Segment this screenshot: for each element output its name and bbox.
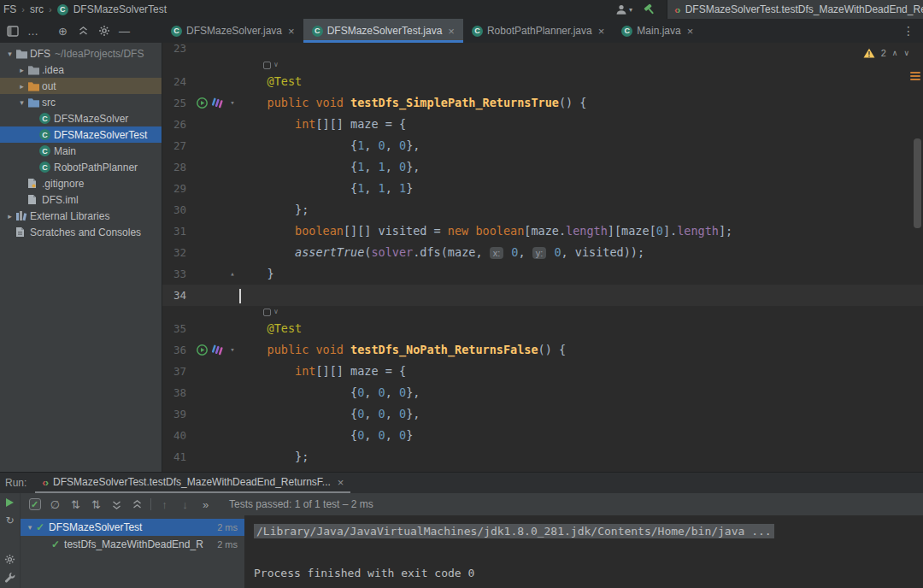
chevron-down-icon[interactable]: ▾ <box>16 98 27 107</box>
run-tab[interactable]: ‹› DFSMazeSolverTest.testDfs_MazeWithDea… <box>35 473 350 493</box>
coverage-icon[interactable] <box>212 97 223 109</box>
code-vision-inlay[interactable]: ∨ <box>162 306 923 318</box>
expand-all-icon[interactable] <box>109 497 124 512</box>
editor-tab-dfsmazesolver-java[interactable]: CDFSMazeSolver.java× <box>162 19 303 43</box>
editor-scrollbar[interactable] <box>914 138 921 228</box>
fold-down-icon[interactable]: ▾ <box>226 92 239 114</box>
code-line-30[interactable]: 30 }; <box>162 199 923 220</box>
chevron-right-icon[interactable]: ▸ <box>16 66 27 74</box>
previous-test-icon[interactable]: ↑ <box>157 497 172 512</box>
coverage-icon[interactable] <box>212 344 223 356</box>
code-line-42[interactable]: 42 boolean[][] visited = new boolean[maz… <box>162 467 923 472</box>
prev-problem-icon[interactable]: ∧ <box>892 49 898 57</box>
run-console[interactable]: /Library/Java/JavaVirtualMachines/jdk1.8… <box>245 515 923 588</box>
user-account-icon[interactable]: ▾ <box>615 3 632 15</box>
close-icon[interactable]: × <box>288 25 295 38</box>
code-line-38[interactable]: 38 {0, 0, 0}, <box>162 382 923 403</box>
chevron-right-icon[interactable]: ▸ <box>4 212 15 220</box>
inspection-stripe-icon[interactable] <box>910 72 920 80</box>
breadcrumb-file[interactable]: DFSMazeSolverTest <box>73 3 167 15</box>
run-configuration-selector[interactable]: ‹› DFSMazeSolverTest.testDfs_MazeWithDea… <box>667 0 923 19</box>
editor-tab-main-java[interactable]: CMain.java× <box>613 19 702 43</box>
code-editor[interactable]: 23∨24 @Test25▾ public void testDfs_Simpl… <box>162 43 923 472</box>
locate-file-icon[interactable]: ⊕ <box>56 25 69 38</box>
close-icon[interactable]: × <box>448 25 455 38</box>
show-ignored-icon[interactable]: ∅ <box>48 497 62 512</box>
code-line-36[interactable]: 36▾ public void testDfs_NoPath_ReturnsFa… <box>162 339 923 361</box>
project-item-gitignore[interactable]: .gitignore <box>0 175 162 191</box>
run-test-icon[interactable] <box>197 97 208 109</box>
project-item-dfsmazesolver[interactable]: CDFSMazeSolver <box>0 110 162 126</box>
next-test-icon[interactable]: ↓ <box>178 497 192 512</box>
chevron-down-icon[interactable]: ▾ <box>24 523 36 532</box>
chevron-right-icon[interactable]: ▸ <box>16 82 27 91</box>
breadcrumb-src[interactable]: src <box>30 3 44 15</box>
code-line-34[interactable]: 34 <box>162 285 923 306</box>
code-line-29[interactable]: 29 {1, 1, 1} <box>162 178 923 199</box>
fold-up-icon[interactable]: ▴ <box>226 263 239 285</box>
project-item-src[interactable]: ▾src <box>0 94 162 110</box>
code-line-23[interactable]: 23 <box>162 43 923 59</box>
sort-by-duration-icon[interactable]: ⇅ <box>89 497 103 512</box>
next-problem-icon[interactable]: ∨ <box>903 49 909 57</box>
code-line-35[interactable]: 35 @Test <box>162 318 923 339</box>
settings-gear-icon[interactable] <box>97 25 110 38</box>
code-line-39[interactable]: 39 {0, 0, 0}, <box>162 403 923 425</box>
code-line-24[interactable]: 24 @Test <box>162 71 923 92</box>
code-line-40[interactable]: 40 {0, 0, 0} <box>162 425 923 446</box>
code-line-26[interactable]: 26 int[][] maze = { <box>162 114 923 135</box>
sort-alphabetically-icon[interactable]: ⇅ <box>68 497 83 512</box>
project-item-robotpathplanner[interactable]: CRobotPathPlanner <box>0 159 162 175</box>
project-item-dfsmazesolvertest[interactable]: CDFSMazeSolverTest <box>0 126 162 143</box>
chevron-down-icon[interactable]: ▾ <box>4 50 15 58</box>
code-line-27[interactable]: 27 {1, 0, 0}, <box>162 135 923 156</box>
show-passed-icon[interactable]: ✓ <box>27 497 42 512</box>
project-view-icon[interactable] <box>6 25 19 38</box>
more-icon[interactable]: … <box>26 25 39 38</box>
collapse-all-icon[interactable] <box>130 497 144 512</box>
code-vision-inlay[interactable]: ∨ <box>162 59 923 71</box>
project-item-dfs-iml[interactable]: DFS.iml <box>0 191 162 208</box>
project-item-out[interactable]: ▸out <box>0 78 162 94</box>
project-item-scratches-and-consoles[interactable]: Scratches and Consoles <box>0 224 162 240</box>
collapse-all-icon[interactable] <box>77 25 90 38</box>
code-line-25[interactable]: 25▾ public void testDfs_SimplePath_Retur… <box>162 92 923 114</box>
code-text: {1, 1, 0}, <box>239 156 420 178</box>
wrench-icon[interactable] <box>4 572 15 583</box>
editor-tab-robotpathplanner-java[interactable]: CRobotPathPlanner.java× <box>463 19 613 43</box>
line-number: 31 <box>162 220 191 242</box>
hide-panel-icon[interactable]: — <box>118 25 131 38</box>
inspection-widget[interactable]: 2 ∧ ∨ <box>863 48 909 58</box>
tab-options-kebab-icon[interactable]: ⋮ <box>894 19 923 43</box>
fold-spacer <box>226 425 239 446</box>
code-line-31[interactable]: 31 boolean[][] visited = new boolean[maz… <box>162 220 923 242</box>
close-icon[interactable]: × <box>598 25 605 38</box>
more-actions-icon[interactable]: » <box>198 497 213 512</box>
breadcrumb-project[interactable]: FS <box>3 3 16 15</box>
gutter-icons[interactable] <box>191 339 226 361</box>
run-test-icon[interactable] <box>197 344 208 356</box>
project-item-main[interactable]: CMain <box>0 143 162 159</box>
test-tree-item-dfsmazesolvertest[interactable]: ▾✓DFSMazeSolverTest2 ms <box>21 519 244 536</box>
build-hammer-icon[interactable] <box>643 3 656 16</box>
code-line-37[interactable]: 37 int[][] maze = { <box>162 361 923 382</box>
test-tree-item-testdfs-mazewithdeadend-r[interactable]: ✓testDfs_MazeWithDeadEnd_R2 ms <box>21 536 244 553</box>
line-number: 30 <box>162 199 191 220</box>
close-icon[interactable]: × <box>687 25 694 38</box>
project-item-external-libraries[interactable]: ▸External Libraries <box>0 208 162 224</box>
gutter-icons <box>191 220 226 242</box>
code-line-33[interactable]: 33▴ } <box>162 263 923 285</box>
test-settings-gear-icon[interactable] <box>4 554 15 565</box>
close-icon[interactable]: × <box>338 476 344 489</box>
gutter-icons[interactable] <box>191 92 226 114</box>
project-item-idea[interactable]: ▸.idea <box>0 62 162 78</box>
rerun-tests-icon[interactable] <box>6 498 14 507</box>
editor-tab-dfsmazesolvertest-java[interactable]: CDFSMazeSolverTest.java× <box>303 19 463 43</box>
fold-down-icon[interactable]: ▾ <box>226 339 239 361</box>
rerun-failed-icon[interactable]: ↻ <box>5 514 14 526</box>
file-icon <box>27 194 42 205</box>
project-item-dfs[interactable]: ▾DFS~/IdeaProjects/DFS <box>0 45 162 62</box>
code-line-28[interactable]: 28 {1, 1, 0}, <box>162 156 923 178</box>
code-line-32[interactable]: 32 assertTrue(solver.dfs(maze, x: 0, y: … <box>162 242 923 263</box>
code-line-41[interactable]: 41 }; <box>162 446 923 467</box>
